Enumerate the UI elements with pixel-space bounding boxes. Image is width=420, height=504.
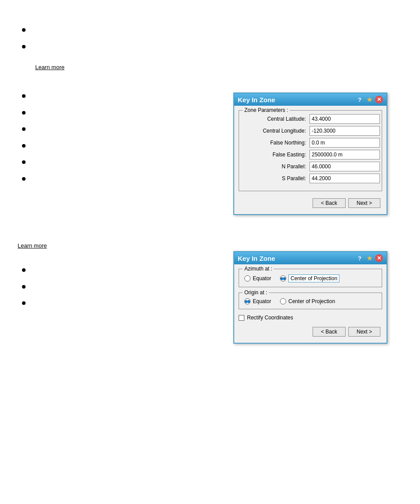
azimuth-center-label: Center of Projection [288,274,339,282]
field-row-s-parallel: S Parallel: [244,174,376,183]
false-easting-input[interactable] [309,150,380,159]
false-northing-label: False Northing: [244,140,306,146]
learn-more-link-1[interactable]: Learn more [35,64,64,70]
bullet-dot [22,268,26,272]
bullet-dot [22,94,26,98]
origin-equator-option[interactable]: Equator [244,298,271,304]
close-icon-1[interactable]: ✕ [375,96,383,104]
bullet-text-1 [31,26,33,35]
bullet-item-9 [18,267,220,275]
rectify-coordinates-checkbox[interactable] [239,315,244,321]
bullet-text-7 [31,159,33,167]
zone-parameters-group: Zone Parameters : Central Latitude: Cent… [239,110,382,191]
s-parallel-input[interactable] [309,174,380,183]
bullet-text-10 [31,283,33,292]
bullet-dot [22,301,26,305]
bullet-item-4 [18,109,220,118]
azimuth-equator-radio[interactable] [244,275,251,282]
bullet-dot [22,285,26,289]
central-longitude-input[interactable] [309,126,380,136]
dialog-titlebar-1: Key In Zone ? ★ ✕ [234,93,387,106]
bullet-item-5 [18,126,220,134]
bullet-text-5 [31,126,33,134]
bullet-item-6 [18,142,220,151]
field-row-central-latitude: Central Latitude: [244,114,376,124]
dialog-title-1: Key In Zone [238,96,275,104]
field-row-n-parallel: N Parallel: [244,162,376,171]
origin-equator-label: Equator [253,298,271,304]
bullet-item-8 [18,175,220,184]
bullet-item-11 [18,300,220,308]
dialog-body-2: Azimuth at : Equator Center of Pro [234,264,387,343]
bullet-item-10 [18,283,220,292]
bullet-item-1 [18,26,402,35]
central-longitude-label: Central Longitude: [244,128,306,134]
dialog-buttons-2: < Back Next > [239,324,382,338]
bullet-text-9 [31,267,33,275]
s-parallel-label: S Parallel: [244,175,306,182]
bullet-text-2 [31,43,33,52]
field-row-false-easting: False Easting: [244,150,376,159]
bookmark-icon-1[interactable]: ★ [365,96,373,104]
bullet-item-2 [18,43,402,52]
title-icons-2: ? ★ ✕ [356,254,383,262]
azimuth-legend: Azimuth at : [243,266,274,272]
origin-center-radio[interactable] [280,298,286,304]
close-icon-2[interactable]: ✕ [375,254,383,262]
origin-center-label: Center of Projection [288,298,335,304]
next-button-1[interactable]: Next > [348,198,380,208]
central-latitude-input[interactable] [309,114,380,124]
n-parallel-label: N Parallel: [244,163,306,170]
next-button-2[interactable]: Next > [348,327,380,337]
bookmark-icon-2[interactable]: ★ [365,254,373,262]
origin-legend: Origin at : [243,289,269,296]
central-latitude-label: Central Latitude: [244,116,306,122]
bullet-text-11 [31,300,33,308]
bullet-item-3 [18,93,220,101]
azimuth-equator-label: Equator [253,275,271,282]
false-easting-label: False Easting: [244,152,306,158]
azimuth-radio-row: Equator Center of Projection [244,273,376,282]
help-icon-1[interactable]: ? [356,96,364,104]
azimuth-equator-option[interactable]: Equator [244,275,271,282]
dialog-body-1: Zone Parameters : Central Latitude: Cent… [234,106,387,214]
n-parallel-input[interactable] [309,162,380,171]
bullet-dot [22,127,26,131]
bullet-text-6 [31,142,33,151]
dialog-titlebar-2: Key In Zone ? ★ ✕ [234,252,387,264]
bullet-dot [22,144,26,148]
false-northing-input[interactable] [309,138,380,148]
origin-radio-row: Equator Center of Projection [244,296,376,304]
back-button-1[interactable]: < Back [313,198,346,208]
field-row-false-northing: False Northing: [244,138,376,148]
dialog-buttons-1: < Back Next > [239,196,382,210]
zone-parameters-legend: Zone Parameters : [243,107,290,113]
dialog-key-in-zone-2: Key In Zone ? ★ ✕ Azimuth at : [233,251,387,344]
azimuth-center-option[interactable]: Center of Projection [280,274,339,282]
bullet-dot [22,45,26,48]
bullet-text-3 [31,93,33,101]
back-button-2[interactable]: < Back [313,327,346,337]
origin-group: Origin at : Equator Center of Proj [239,293,382,309]
bullet-dot [22,111,26,115]
origin-center-option[interactable]: Center of Projection [280,298,335,304]
origin-equator-radio[interactable] [244,298,251,304]
dialog-key-in-zone-1: Key In Zone ? ★ ✕ Zone Parameters : Cent [233,93,387,215]
bullet-dot [22,177,26,181]
rectify-coordinates-label: Rectify Coordinates [247,315,293,321]
bullet-text-4 [31,109,33,118]
bullet-dot [22,28,26,32]
help-icon-2[interactable]: ? [356,254,364,262]
field-row-central-longitude: Central Longitude: [244,126,376,136]
bullet-text-8 [31,175,33,184]
title-icons-1: ? ★ ✕ [356,96,383,104]
bullet-item-7 [18,159,220,167]
dialog-title-2: Key In Zone [238,255,275,262]
rectify-coordinates-row: Rectify Coordinates [239,315,382,321]
azimuth-group: Azimuth at : Equator Center of Pro [239,269,382,287]
bullet-dot [22,160,26,164]
azimuth-center-radio[interactable] [280,275,286,282]
learn-more-link-2[interactable]: Learn more [18,242,47,249]
